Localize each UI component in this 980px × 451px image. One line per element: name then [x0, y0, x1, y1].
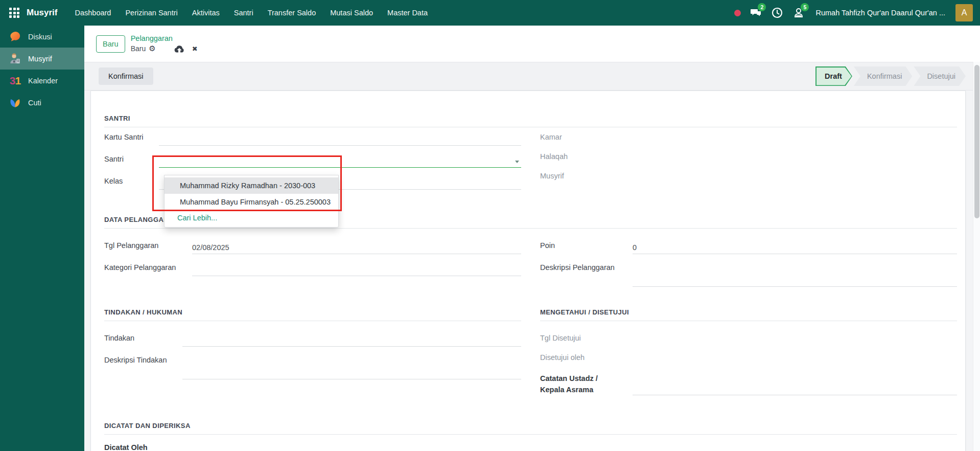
tindakan-input[interactable] — [182, 333, 521, 347]
form-sheet: SANTRI Kartu Santri Santri Kelas — [90, 91, 966, 451]
activities-badge: 5 — [801, 3, 809, 11]
menu-perizinan-santri[interactable]: Perizinan Santri — [125, 9, 177, 17]
halaqah-label: Halaqah — [540, 147, 633, 166]
disetujui-oleh-label: Disetujui oleh — [540, 348, 633, 367]
santri-input[interactable] — [159, 154, 521, 168]
stage-pipeline: Draft Konfirmasi Disetujui — [815, 66, 966, 86]
catatan-ustadz-input[interactable] — [633, 375, 957, 395]
cloud-save-icon[interactable] — [174, 45, 184, 53]
field-tindakan: Tindakan — [104, 328, 521, 350]
menu-transfer-saldo[interactable]: Transfer Saldo — [268, 9, 316, 17]
field-kamar: Kamar — [540, 127, 957, 147]
kamar-value — [633, 130, 957, 143]
stage-disetujui[interactable]: Disetujui — [914, 66, 966, 86]
sidebar-item-label: Kalender — [28, 77, 58, 85]
dropdown-option-1[interactable]: Muhammad Rizky Ramadhan - 2030-003 — [165, 177, 338, 194]
kelas-label: Kelas — [104, 171, 159, 193]
section-heading-mengetahui: MENGETAHUI / DISETUJUI — [540, 308, 957, 321]
poin-label: Poin — [540, 236, 633, 258]
disetujui-oleh-value — [633, 350, 957, 364]
sidebar-item-cuti[interactable]: Cuti — [0, 92, 84, 114]
messages-badge: 2 — [758, 3, 766, 11]
breadcrumb-record-name: Baru — [131, 44, 146, 54]
field-dicatat-oleh: Dicatat Oleh — [104, 443, 521, 451]
breadcrumb-model-link[interactable]: Pelanggaran — [131, 34, 198, 43]
status-bar: Konfirmasi Draft Konfirmasi Disetujui — [84, 62, 980, 91]
form-view: SANTRI Kartu Santri Santri Kelas — [84, 91, 980, 451]
musyrif-icon — [8, 52, 22, 65]
confirm-button[interactable]: Konfirmasi — [99, 67, 153, 85]
recording-dot-icon — [734, 10, 741, 16]
sidebar-item-label: Cuti — [28, 99, 41, 107]
timeoff-icon — [8, 96, 22, 109]
stage-draft[interactable]: Draft — [815, 66, 852, 86]
tgl-disetujui-value — [633, 331, 957, 344]
app-brand[interactable]: Musyrif — [27, 8, 57, 18]
field-musyrif: Musyrif — [540, 166, 957, 186]
vertical-scrollbar[interactable] — [973, 62, 980, 451]
field-halaqah: Halaqah — [540, 147, 957, 166]
sidebar-item-label: Musyrif — [28, 55, 52, 63]
field-poin: Poin 0 — [540, 236, 957, 258]
field-catatan-ustadz: Catatan Ustadz / Kepala Asrama — [540, 367, 957, 399]
dicatat-oleh-label: Dicatat Oleh — [104, 443, 192, 451]
tgl-pelanggaran-input[interactable]: 02/08/2025 — [192, 241, 521, 254]
sidebar-item-diskusi[interactable]: Diskusi — [0, 26, 84, 48]
sidebar-item-musyrif[interactable]: Musyrif — [0, 48, 84, 70]
field-disetujui-oleh: Disetujui oleh — [540, 348, 957, 367]
kategori-pelanggaran-label: Kategori Pelanggaran — [104, 258, 192, 280]
user-avatar[interactable]: A — [955, 4, 973, 21]
menu-mutasi-saldo[interactable]: Mutasi Saldo — [330, 9, 373, 17]
field-deskripsi-pelanggaran: Deskripsi Pelanggaran — [540, 258, 957, 290]
deskripsi-tindakan-label: Deskripsi Tindakan — [104, 350, 182, 383]
kartu-santri-input[interactable] — [159, 132, 521, 146]
chevron-down-icon[interactable] — [515, 161, 519, 163]
apps-grid-icon[interactable] — [9, 8, 19, 18]
menu-dashboard[interactable]: Dashboard — [75, 9, 111, 17]
section-heading-dicatat: DICATAT DAN DIPERIKSA — [104, 422, 957, 435]
field-deskripsi-tindakan: Deskripsi Tindakan — [104, 350, 521, 383]
top-navbar: Musyrif Dashboard Perizinan Santri Aktiv… — [0, 0, 980, 26]
field-kategori-pelanggaran: Kategori Pelanggaran — [104, 258, 521, 280]
activities-icon[interactable]: 5 — [792, 6, 805, 19]
kategori-pelanggaran-input[interactable] — [192, 263, 521, 276]
app-sidebar: Diskusi Musyrif 31 Kalender Cuti — [0, 26, 84, 451]
new-record-button[interactable]: Baru — [96, 35, 125, 53]
field-santri: Santri — [104, 149, 521, 171]
company-switcher[interactable]: Rumah Tahfizh Qur'an Daarul Qur'an ... — [815, 9, 945, 17]
tgl-pelanggaran-label: Tgl Pelanggaran — [104, 236, 192, 258]
deskripsi-pelanggaran-input[interactable] — [633, 263, 957, 287]
deskripsi-pelanggaran-label: Deskripsi Pelanggaran — [540, 258, 633, 290]
field-tgl-disetujui: Tgl Disetujui — [540, 328, 957, 348]
calendar-icon: 31 — [8, 74, 22, 87]
deskripsi-tindakan-input[interactable] — [182, 356, 521, 379]
clock-icon[interactable] — [771, 6, 784, 19]
breadcrumb: Pelanggaran Baru — [131, 34, 198, 54]
scrollbar-thumb[interactable] — [974, 65, 979, 218]
tgl-pelanggaran-value: 02/08/2025 — [192, 243, 229, 252]
dropdown-search-more[interactable]: Cari Lebih... — [165, 210, 338, 227]
santri-dropdown: Muhammad Rizky Ramadhan - 2030-003 Muham… — [164, 175, 339, 228]
sidebar-item-label: Diskusi — [28, 33, 52, 41]
discuss-icon — [8, 30, 22, 43]
kamar-label: Kamar — [540, 127, 633, 147]
discard-icon[interactable] — [184, 44, 198, 54]
poin-value: 0 — [633, 243, 637, 252]
musyrif-label: Musyrif — [540, 166, 633, 186]
sidebar-item-kalender[interactable]: 31 Kalender — [0, 70, 84, 92]
menu-master-data[interactable]: Master Data — [387, 9, 428, 17]
messages-icon[interactable]: 2 — [749, 6, 762, 19]
menu-santri[interactable]: Santri — [234, 9, 253, 17]
menu-aktivitas[interactable]: Aktivitas — [192, 9, 220, 17]
stage-konfirmasi[interactable]: Konfirmasi — [854, 66, 913, 86]
santri-label: Santri — [104, 149, 159, 171]
kartu-santri-label: Kartu Santri — [104, 127, 159, 149]
section-heading-tindakan: TINDAKAN / HUKUMAN — [104, 308, 521, 321]
section-heading-santri: SANTRI — [104, 115, 957, 127]
dropdown-option-2[interactable]: Muhammad Bayu Firmansyah - 05.25.250003 — [165, 194, 338, 210]
field-kartu-santri: Kartu Santri — [104, 127, 521, 149]
musyrif-value — [633, 169, 957, 182]
poin-input[interactable]: 0 — [633, 241, 957, 254]
catatan-ustadz-label: Catatan Ustadz / Kepala Asrama — [540, 367, 633, 399]
gear-icon[interactable] — [146, 43, 155, 54]
